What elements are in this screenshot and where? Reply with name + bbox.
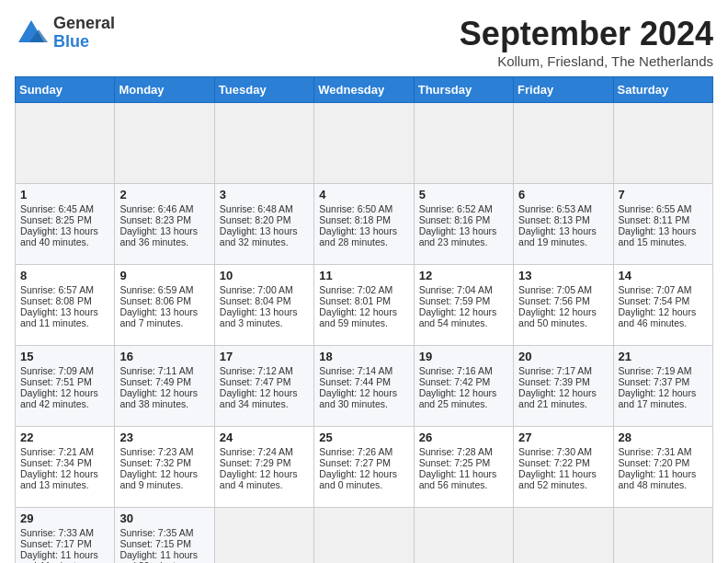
sunrise-text: Sunrise: 7:31 AM (619, 446, 692, 457)
sunset-text: Sunset: 7:32 PM (119, 457, 191, 468)
calendar-day-cell (314, 103, 414, 184)
daylight-text: Daylight: 13 hours and 40 minutes. (20, 225, 98, 247)
sunset-text: Sunset: 7:37 PM (619, 376, 690, 387)
calendar-day-cell (414, 103, 513, 184)
day-number: 4 (319, 188, 408, 201)
day-number: 18 (319, 350, 408, 363)
sunrise-text: Sunrise: 7:04 AM (419, 284, 493, 295)
daylight-text: Daylight: 12 hours and 13 minutes. (20, 468, 98, 490)
sunset-text: Sunset: 7:59 PM (419, 295, 491, 306)
daylight-text: Daylight: 12 hours and 46 minutes. (619, 306, 697, 328)
day-number: 21 (619, 350, 708, 363)
day-number: 25 (319, 431, 408, 444)
calendar-day-cell: 6Sunrise: 6:53 AMSunset: 8:13 PMDaylight… (514, 184, 613, 265)
sunset-text: Sunset: 7:34 PM (20, 457, 92, 468)
sunrise-text: Sunrise: 7:07 AM (619, 284, 692, 295)
calendar-day-cell: 10Sunrise: 7:00 AMSunset: 8:04 PMDayligh… (214, 265, 313, 346)
sunrise-text: Sunrise: 7:21 AM (20, 446, 94, 457)
calendar-day-cell: 25Sunrise: 7:26 AMSunset: 7:27 PMDayligh… (314, 427, 414, 508)
day-number: 15 (20, 350, 109, 363)
sunrise-text: Sunrise: 6:59 AM (119, 284, 193, 295)
calendar-day-cell: 1Sunrise: 6:45 AMSunset: 8:25 PMDaylight… (16, 184, 115, 265)
sunrise-text: Sunrise: 6:48 AM (220, 203, 293, 214)
day-of-week-header: Saturday (613, 77, 712, 103)
sunrise-text: Sunrise: 7:33 AM (20, 527, 94, 538)
sunset-text: Sunset: 8:20 PM (220, 214, 291, 225)
calendar-day-cell (16, 103, 115, 184)
sunrise-text: Sunrise: 6:53 AM (518, 203, 592, 214)
day-number: 1 (20, 188, 109, 201)
sunset-text: Sunset: 7:49 PM (119, 376, 191, 387)
sunrise-text: Sunrise: 7:09 AM (20, 365, 94, 376)
daylight-text: Daylight: 13 hours and 11 minutes. (20, 306, 98, 328)
sunset-text: Sunset: 7:29 PM (220, 457, 291, 468)
day-number: 14 (619, 269, 708, 282)
day-number: 12 (419, 269, 508, 282)
calendar-week-row (16, 103, 713, 184)
sunrise-text: Sunrise: 7:30 AM (518, 446, 592, 457)
sunset-text: Sunset: 7:22 PM (518, 457, 590, 468)
calendar-day-cell: 20Sunrise: 7:17 AMSunset: 7:39 PMDayligh… (514, 346, 613, 427)
daylight-text: Daylight: 11 hours and 44 minutes. (20, 549, 98, 563)
day-number: 23 (119, 431, 209, 444)
sunset-text: Sunset: 7:54 PM (619, 295, 690, 306)
calendar-day-cell (414, 508, 513, 564)
sunrise-text: Sunrise: 7:16 AM (419, 365, 493, 376)
daylight-text: Daylight: 11 hours and 39 minutes. (119, 549, 198, 563)
sunrise-text: Sunrise: 7:05 AM (518, 284, 592, 295)
day-of-week-header: Friday (514, 77, 613, 103)
calendar-day-cell: 15Sunrise: 7:09 AMSunset: 7:51 PMDayligh… (16, 346, 115, 427)
daylight-text: Daylight: 12 hours and 38 minutes. (119, 387, 198, 409)
daylight-text: Daylight: 11 hours and 52 minutes. (518, 468, 597, 490)
sunset-text: Sunset: 8:13 PM (518, 214, 590, 225)
sunset-text: Sunset: 8:04 PM (220, 295, 291, 306)
calendar-day-cell: 27Sunrise: 7:30 AMSunset: 7:22 PMDayligh… (514, 427, 613, 508)
sunrise-text: Sunrise: 6:45 AM (20, 203, 94, 214)
sunrise-text: Sunrise: 7:24 AM (220, 446, 293, 457)
sunset-text: Sunset: 7:17 PM (20, 538, 92, 549)
daylight-text: Daylight: 12 hours and 42 minutes. (20, 387, 98, 409)
daylight-text: Daylight: 13 hours and 32 minutes. (220, 225, 298, 247)
day-of-week-header: Wednesday (314, 77, 414, 103)
calendar-day-cell (214, 508, 313, 564)
day-number: 29 (20, 511, 109, 525)
sunset-text: Sunset: 8:01 PM (319, 295, 391, 306)
sunset-text: Sunset: 8:11 PM (619, 214, 690, 225)
calendar-day-cell (214, 103, 313, 184)
calendar-week-row: 22Sunrise: 7:21 AMSunset: 7:34 PMDayligh… (16, 427, 713, 508)
day-number: 27 (518, 431, 608, 444)
daylight-text: Daylight: 13 hours and 36 minutes. (119, 225, 198, 247)
page-header: General Blue September 2024 Kollum, Frie… (15, 15, 713, 69)
calendar-week-row: 15Sunrise: 7:09 AMSunset: 7:51 PMDayligh… (16, 346, 713, 427)
daylight-text: Daylight: 13 hours and 23 minutes. (419, 225, 497, 247)
sunset-text: Sunset: 7:25 PM (419, 457, 491, 468)
sunset-text: Sunset: 7:56 PM (518, 295, 590, 306)
sunrise-text: Sunrise: 6:46 AM (119, 203, 193, 214)
day-number: 20 (518, 350, 608, 363)
day-number: 6 (518, 188, 608, 201)
daylight-text: Daylight: 12 hours and 0 minutes. (319, 468, 397, 490)
sunset-text: Sunset: 8:25 PM (20, 214, 92, 225)
daylight-text: Daylight: 13 hours and 7 minutes. (119, 306, 198, 328)
day-number: 26 (419, 431, 508, 444)
sunrise-text: Sunrise: 7:17 AM (518, 365, 592, 376)
sunset-text: Sunset: 7:27 PM (319, 457, 391, 468)
sunrise-text: Sunrise: 7:00 AM (220, 284, 293, 295)
day-of-week-header: Sunday (16, 77, 115, 103)
sunrise-text: Sunrise: 7:02 AM (319, 284, 392, 295)
calendar-day-cell: 28Sunrise: 7:31 AMSunset: 7:20 PMDayligh… (613, 427, 712, 508)
daylight-text: Daylight: 12 hours and 17 minutes. (619, 387, 697, 409)
sunset-text: Sunset: 8:23 PM (119, 214, 191, 225)
sunset-text: Sunset: 8:06 PM (119, 295, 191, 306)
daylight-text: Daylight: 12 hours and 30 minutes. (319, 387, 397, 409)
day-number: 9 (119, 269, 209, 282)
calendar-day-cell: 30Sunrise: 7:35 AMSunset: 7:15 PMDayligh… (115, 508, 214, 564)
daylight-text: Daylight: 11 hours and 56 minutes. (419, 468, 497, 490)
logo-blue: Blue (53, 33, 115, 52)
calendar-day-cell: 11Sunrise: 7:02 AMSunset: 8:01 PMDayligh… (314, 265, 414, 346)
calendar-day-cell: 13Sunrise: 7:05 AMSunset: 7:56 PMDayligh… (514, 265, 613, 346)
daylight-text: Daylight: 12 hours and 4 minutes. (220, 468, 298, 490)
day-number: 5 (419, 188, 508, 201)
sunrise-text: Sunrise: 6:50 AM (319, 203, 392, 214)
day-number: 16 (119, 350, 209, 363)
